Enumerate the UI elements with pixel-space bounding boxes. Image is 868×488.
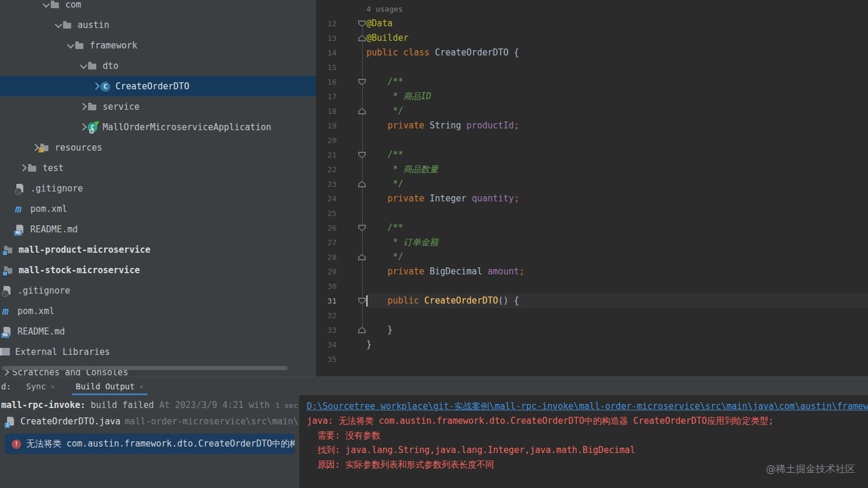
line-number[interactable]: 13 — [317, 31, 337, 46]
gutter-fold-area[interactable] — [337, 177, 366, 191]
tree-item-mall-stock-microservice[interactable]: mall-stock-microservice — [0, 260, 316, 280]
line-number[interactable]: 15 — [317, 60, 337, 75]
line-number[interactable]: 32 — [317, 308, 337, 323]
tree-item-.gitignore[interactable]: .gitignore — [0, 280, 316, 301]
chevron-right-icon[interactable] — [91, 83, 100, 89]
code-line-13[interactable]: 13@Builder — [317, 31, 868, 46]
code-line-20[interactable]: 20 — [317, 133, 868, 148]
build-file-row[interactable]: J CreateOrderDTO.java mall-order-microse… — [0, 413, 299, 430]
build-status-row[interactable]: mall-rpc-invoke: build failed At 2023/3/… — [0, 398, 299, 413]
gutter-fold-area[interactable] — [337, 31, 366, 46]
chevron-down-icon[interactable] — [65, 43, 75, 48]
console-file-link[interactable]: D:\Sourcetree workplace\git-实战案例\mall-rp… — [307, 399, 868, 414]
tree-item-test[interactable]: test — [0, 158, 316, 178]
gutter-fold-area[interactable] — [337, 294, 366, 308]
tree-item-mall-product-microservice[interactable]: mall-product-microservice — [0, 239, 316, 260]
tab-close-icon[interactable]: ✕ — [139, 382, 144, 391]
build-error-item-selected[interactable]: ! 无法将类 com.austin.framework.dto.CreateOr… — [5, 434, 295, 454]
tree-item-framework[interactable]: framework — [0, 35, 316, 55]
tab-sync[interactable]: Sync✕ — [20, 377, 61, 395]
code-line-17[interactable]: 17 * 商品ID — [317, 89, 868, 104]
fold-close-icon[interactable] — [358, 254, 366, 260]
code-line-33[interactable]: 33 } — [317, 323, 868, 337]
chevron-right-icon[interactable] — [78, 104, 88, 109]
line-number[interactable]: 23 — [317, 177, 337, 191]
chevron-down-icon[interactable] — [53, 22, 62, 27]
tree-item-service[interactable]: service — [0, 96, 316, 117]
fold-open-icon[interactable] — [358, 298, 366, 304]
line-number[interactable]: 29 — [317, 264, 337, 279]
code-line-22[interactable]: 22 * 商品数量 — [317, 162, 868, 177]
tree-item-CreateOrderDTO[interactable]: CCreateOrderDTO — [0, 76, 316, 96]
gutter-fold-area[interactable] — [337, 323, 366, 337]
tree-item-pom.xml[interactable]: mpom.xml — [0, 198, 316, 219]
tree-item-austin[interactable]: austin — [0, 15, 316, 35]
tab-build-output[interactable]: Build Output✕ — [70, 377, 149, 395]
line-number[interactable]: 12 — [317, 16, 337, 31]
chevron-right-icon[interactable] — [1, 370, 10, 375]
project-tree-horizontal-scrollbar[interactable] — [2, 366, 288, 370]
fold-open-icon[interactable] — [358, 225, 366, 231]
gutter-fold-area[interactable] — [337, 75, 366, 89]
fold-open-icon[interactable] — [358, 152, 366, 158]
code-line-35[interactable]: 35 — [317, 352, 868, 367]
chevron-right-icon[interactable] — [78, 124, 88, 130]
line-number[interactable]: 20 — [317, 133, 337, 148]
chevron-down-icon[interactable] — [41, 2, 50, 7]
fold-open-icon[interactable] — [358, 79, 366, 85]
fold-close-icon[interactable] — [358, 327, 366, 333]
tree-item-External-Libraries[interactable]: External Libraries — [0, 341, 316, 362]
code-line-26[interactable]: 26 /** — [317, 221, 868, 235]
line-number[interactable]: 24 — [317, 191, 337, 206]
gutter-fold-area[interactable] — [337, 221, 366, 235]
code-line-19[interactable]: 19 private String productId; — [317, 118, 868, 133]
tree-item-README.md[interactable]: MDREADME.md — [0, 219, 316, 239]
chevron-right-icon[interactable] — [30, 145, 40, 150]
tree-item-com[interactable]: com — [0, 0, 316, 15]
line-number[interactable]: 33 — [317, 323, 337, 337]
chevron-right-icon[interactable] — [18, 165, 27, 170]
code-line-23[interactable]: 23 */ — [317, 177, 868, 191]
line-number[interactable]: 14 — [317, 46, 337, 60]
line-number[interactable]: 17 — [317, 89, 337, 104]
fold-close-icon[interactable] — [358, 108, 366, 114]
code-line-34[interactable]: 34} — [317, 337, 868, 352]
code-line-14[interactable]: 14public class CreateOrderDTO { — [317, 46, 868, 60]
fold-close-icon[interactable] — [358, 181, 366, 187]
code-inlay-hint-line[interactable]: 4 usages — [317, 2, 868, 16]
code-line-27[interactable]: 27 * 订单金额 — [317, 235, 868, 250]
gutter-fold-area[interactable] — [337, 148, 366, 162]
code-line-21[interactable]: 21 /** — [317, 148, 868, 162]
code-line-31[interactable]: 31 public CreateOrderDTO() { — [317, 294, 868, 308]
gutter-fold-area[interactable] — [337, 104, 366, 118]
code-line-25[interactable]: 25 — [317, 206, 868, 221]
line-number[interactable]: 27 — [317, 235, 337, 250]
code-line-12[interactable]: 12@Data — [317, 16, 868, 31]
code-editor[interactable]: 4 usages12@Data13@Builder14public class … — [316, 0, 868, 377]
gutter-fold-area[interactable] — [337, 16, 366, 31]
line-number[interactable]: 22 — [317, 162, 337, 177]
chevron-down-icon[interactable] — [78, 63, 88, 68]
code-line-29[interactable]: 29 private BigDecimal amount; — [317, 264, 868, 279]
tree-item-.gitignore[interactable]: .gitignore — [0, 178, 316, 198]
tree-item-dto[interactable]: dto — [0, 55, 316, 76]
code-line-30[interactable]: 30 — [317, 279, 868, 294]
editor-code-area[interactable]: 4 usages12@Data13@Builder14public class … — [317, 0, 868, 367]
line-number[interactable]: 30 — [317, 279, 337, 294]
tree-item-pom.xml[interactable]: mpom.xml — [0, 301, 316, 321]
line-number[interactable]: 26 — [317, 221, 337, 235]
line-number[interactable]: 34 — [317, 337, 337, 352]
line-number[interactable]: 18 — [317, 104, 337, 118]
fold-open-icon[interactable] — [358, 20, 366, 27]
code-line-32[interactable]: 32 — [317, 308, 868, 323]
tab-close-icon[interactable]: ✕ — [51, 382, 55, 391]
line-number[interactable]: 16 — [317, 75, 337, 89]
line-number[interactable]: 28 — [317, 250, 337, 264]
line-number[interactable]: 31 — [317, 294, 337, 308]
tree-item-README.md[interactable]: MDREADME.md — [0, 321, 316, 341]
gutter-fold-area[interactable] — [337, 250, 366, 264]
code-line-18[interactable]: 18 */ — [317, 104, 868, 118]
line-number[interactable]: 19 — [317, 118, 337, 133]
code-line-15[interactable]: 15 — [317, 60, 868, 75]
line-number[interactable]: 25 — [317, 206, 337, 221]
